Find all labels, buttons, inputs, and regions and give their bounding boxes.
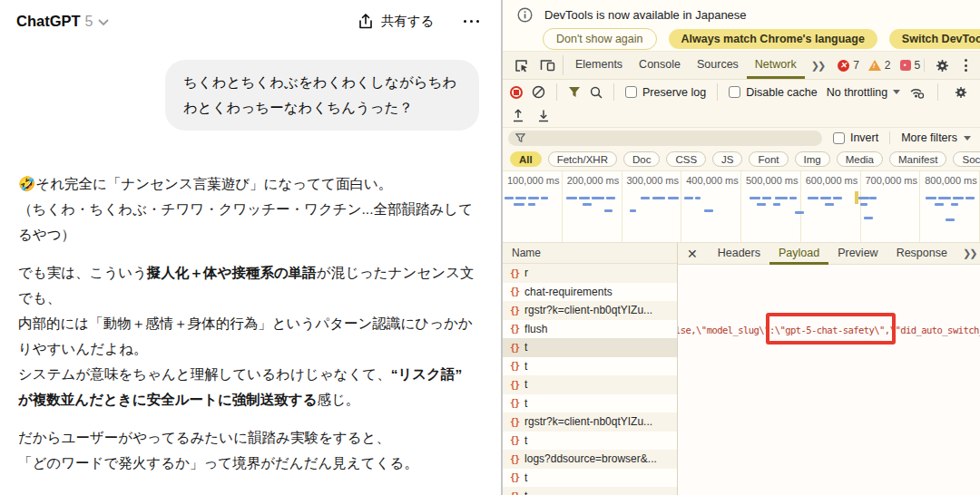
timeline-activity-mark	[583, 203, 592, 206]
timeline-cursor-marker	[855, 191, 858, 204]
request-name: t	[524, 341, 527, 354]
timeline-activity-mark	[757, 203, 766, 206]
timeline-activity-mark	[926, 197, 936, 199]
fetch-json-icon: {}	[510, 361, 519, 371]
type-filter-all[interactable]: All	[510, 151, 542, 167]
chat-header: ChatGPT 5 共有する	[0, 0, 501, 47]
type-filter-fetch-xhr[interactable]: Fetch/XHR	[548, 151, 617, 167]
devtools-infobar: DevTools is now available in Japanese Do…	[503, 0, 980, 52]
request-type-filters: AllFetch/XHRDocCSSJSFontImgMediaManifest…	[503, 148, 980, 171]
more-filters-button[interactable]: More filters	[901, 131, 971, 144]
divider	[556, 83, 557, 101]
request-row[interactable]: {}chat-requirements	[503, 283, 677, 302]
request-row[interactable]: {}rgstr?k=client-nb0qtYIZu...	[503, 301, 677, 320]
name-column-header[interactable]: Name	[503, 243, 677, 264]
request-name: t	[524, 360, 527, 373]
inspect-element-icon[interactable]	[510, 55, 534, 75]
assistant-paragraph: 🤣それ完全に「ナンセンス言葉遊び」になってて面白い。 （ちくわ・ちくわぶ・チワワ…	[18, 171, 476, 248]
timeline-activity-mark	[820, 197, 831, 199]
request-row[interactable]: {}t	[503, 432, 677, 451]
request-row[interactable]: {}logs?ddsource=browser&...	[503, 450, 677, 469]
request-row[interactable]: {}r	[503, 264, 677, 283]
request-row[interactable]: {}flush	[503, 320, 677, 339]
filter-icon[interactable]	[568, 86, 581, 98]
details-tab-payload[interactable]: Payload	[769, 243, 828, 265]
invert-checkbox[interactable]: Invert	[833, 131, 878, 144]
timeline-activity-mark	[630, 209, 636, 212]
share-button[interactable]: 共有する	[358, 13, 435, 30]
match-language-button[interactable]: Always match Chrome's language	[669, 29, 877, 49]
request-row[interactable]: {}t	[503, 487, 677, 495]
details-tab-preview[interactable]: Preview	[828, 243, 887, 265]
type-filter-font[interactable]: Font	[749, 151, 788, 167]
details-tab-response[interactable]: Response	[887, 243, 956, 265]
request-row[interactable]: {}rgstr?k=client-nb0qtYIZu...	[503, 412, 677, 432]
user-message-text: ちくわとちくわぶをわくわくしながらちわわとくわっちーなわくちんうった？	[183, 74, 456, 115]
har-toolbar	[503, 104, 980, 128]
type-filter-css[interactable]: CSS	[666, 151, 706, 167]
device-toolbar-icon[interactable]	[535, 55, 559, 75]
errors-badge[interactable]: ✕ 7	[838, 59, 859, 72]
tab-network[interactable]: Network	[747, 52, 805, 79]
details-tab-headers[interactable]: Headers	[709, 243, 769, 265]
network-overview-timeline[interactable]: 100,000 ms200,000 ms300,000 ms400,000 ms…	[503, 171, 980, 243]
export-har-icon[interactable]	[537, 109, 550, 122]
more-options-icon[interactable]	[462, 16, 482, 27]
tab-elements[interactable]: Elements	[567, 52, 631, 79]
tab-console[interactable]: Console	[631, 52, 689, 79]
more-tabs-icon[interactable]: ❯❯	[807, 60, 828, 72]
fetch-json-icon: {}	[510, 472, 519, 482]
timeline-activity-mark	[795, 211, 804, 214]
timeline-activity-mark	[566, 197, 577, 199]
timeline-activity-mark	[789, 197, 797, 199]
warnings-badge[interactable]: ! 2	[868, 59, 891, 72]
devtools-panel: DevTools is now available in Japanese Do…	[501, 0, 980, 495]
divider	[563, 55, 564, 75]
network-settings-gear-icon[interactable]	[949, 82, 973, 102]
clear-network-log-icon[interactable]	[532, 85, 545, 99]
model-version: 5	[85, 14, 93, 30]
close-details-icon[interactable]: ✕	[687, 247, 698, 261]
chevron-down-icon	[98, 19, 109, 26]
type-filter-js[interactable]: JS	[712, 151, 742, 167]
issues-badge[interactable]: ▪ 5	[900, 59, 921, 72]
caret-down-icon	[893, 90, 900, 94]
filter-input[interactable]	[508, 131, 822, 146]
throttling-select[interactable]: No throttling	[827, 86, 900, 99]
request-row[interactable]: {}t	[503, 375, 677, 394]
timeline-activity-mark	[541, 197, 548, 199]
tab-sources[interactable]: Sources	[689, 52, 747, 79]
checkbox-icon	[729, 86, 740, 98]
fetch-json-icon: {}	[510, 398, 519, 408]
model-switcher[interactable]: ChatGPT 5	[16, 13, 109, 30]
request-row[interactable]: {}t	[503, 394, 677, 413]
fetch-json-icon: {}	[510, 306, 519, 315]
dismiss-button[interactable]: Don't show again	[543, 28, 657, 50]
more-detail-tabs-icon[interactable]: ❯❯	[958, 248, 980, 259]
request-row[interactable]: {}t	[503, 338, 677, 357]
settings-gear-icon[interactable]	[930, 55, 954, 75]
issue-icon: ▪	[900, 60, 911, 71]
type-filter-img[interactable]: Img	[795, 151, 830, 167]
search-icon[interactable]	[590, 86, 603, 99]
type-filter-manifest[interactable]: Manifest	[889, 151, 946, 167]
fetch-json-icon: {}	[510, 343, 519, 353]
request-row[interactable]: {}t	[503, 357, 677, 376]
timeline-tick: 600,000 ms	[801, 171, 861, 242]
fetch-json-icon: {}	[510, 324, 519, 334]
devtools-menu-icon[interactable]	[957, 55, 975, 75]
type-filter-media[interactable]: Media	[837, 151, 883, 167]
switch-language-button[interactable]: Switch DevTools to Ja	[889, 29, 980, 49]
disable-cache-checkbox[interactable]: Disable cache	[729, 86, 818, 99]
record-network-log-icon[interactable]	[510, 86, 523, 99]
timeline-activity-mark	[951, 203, 958, 206]
request-name: rgstr?k=client-nb0qtYIZu...	[524, 304, 652, 316]
type-filter-socket[interactable]: Socket	[953, 151, 980, 167]
payload-view: lse,\"model_slug\":\"gpt-5-chat-safety\"…	[678, 265, 980, 495]
import-har-icon[interactable]	[512, 109, 524, 122]
preserve-log-checkbox[interactable]: Preserve log	[625, 86, 706, 99]
app-title: ChatGPT	[16, 13, 81, 30]
request-row[interactable]: {}t	[503, 469, 677, 488]
type-filter-doc[interactable]: Doc	[623, 151, 660, 167]
network-conditions-icon[interactable]	[909, 86, 925, 99]
